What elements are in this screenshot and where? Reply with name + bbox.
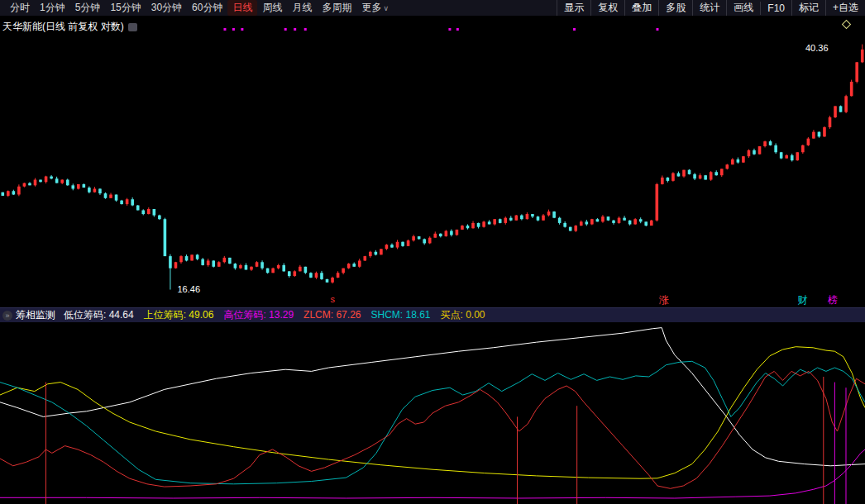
indicator-field: SHCM: 18.61 (370, 309, 430, 321)
chevron-down-icon: ∨ (383, 4, 389, 12)
signal-dot (456, 28, 459, 31)
period-item-60分钟[interactable]: 60分钟 (187, 0, 227, 16)
indicator-field: 低位筹码: 44.64 (64, 309, 134, 321)
watermark-char: 财 (797, 294, 807, 306)
low-price-label: 16.46 (178, 284, 201, 294)
indicator-field: 买点: 0.00 (441, 309, 485, 321)
signal-dot (223, 28, 226, 31)
signal-dot (294, 28, 296, 31)
chart-title: 天华新能(日线 前复权 对数) (2, 20, 137, 34)
tool-item-多股[interactable]: 多股 (658, 0, 692, 16)
indicator-field: 高位筹码: 13.29 (223, 309, 294, 321)
announcement-icon[interactable] (128, 23, 137, 31)
chart-title-text: 天华新能(日线 前复权 对数) (2, 20, 124, 34)
stock-app-window: 分时1分钟5分钟15分钟30分钟60分钟日线周线月线多周期更多∨ 显示复权叠加多… (0, 0, 865, 504)
high-price-label: 40.36 (805, 43, 829, 53)
indicator-chart-panel[interactable] (0, 322, 865, 504)
period-menu: 分时1分钟5分钟15分钟30分钟60分钟日线周线月线多周期更多∨ (0, 0, 389, 16)
tool-item-显示[interactable]: 显示 (557, 0, 590, 16)
indicator-line-ZLCM (0, 371, 865, 488)
candlestick-chart[interactable]: 16.4640.36s涨财榜 (0, 17, 865, 307)
indicator-line-低位筹码 (0, 328, 865, 466)
signal-dot (284, 28, 287, 31)
panel-collapse-icon[interactable]: » (2, 311, 12, 321)
tool-item-标记[interactable]: 标记 (791, 0, 825, 16)
signal-dot (232, 28, 235, 31)
main-chart-panel[interactable]: 16.4640.36s涨财榜 天华新能(日线 前复权 对数) (0, 17, 865, 307)
indicator-field: ZLCM: 67.26 (303, 309, 361, 321)
s-signal-marker: s (331, 294, 336, 304)
signal-dot (304, 28, 307, 31)
diamond-marker-icon (843, 21, 851, 29)
signal-dot (448, 28, 451, 31)
period-item-月线[interactable]: 月线 (287, 0, 317, 16)
tool-item-+自选[interactable]: +自选 (825, 0, 865, 16)
indicator-field: 上位筹码: 49.06 (144, 309, 214, 321)
period-item-30分钟[interactable]: 30分钟 (146, 0, 187, 16)
watermark-char: 涨 (658, 294, 669, 306)
tool-item-F10[interactable]: F10 (760, 2, 791, 15)
period-item-15分钟[interactable]: 15分钟 (105, 0, 146, 16)
watermark-char: 榜 (827, 294, 838, 306)
signal-dot (241, 28, 243, 31)
tools-menu: 显示复权叠加多股统计画线F10标记+自选 (557, 0, 865, 16)
top-toolbar: 分时1分钟5分钟15分钟30分钟60分钟日线周线月线多周期更多∨ 显示复权叠加多… (0, 0, 865, 17)
period-item-更多[interactable]: 更多 (356, 0, 386, 16)
period-item-日线[interactable]: 日线 (227, 0, 257, 16)
indicator-line-高位筹码 (0, 449, 865, 498)
period-item-5分钟[interactable]: 5分钟 (70, 0, 106, 16)
tool-item-画线[interactable]: 画线 (726, 0, 760, 16)
period-item-周线[interactable]: 周线 (257, 0, 287, 16)
indicator-values: 低位筹码: 44.64上位筹码: 49.06高位筹码: 13.29ZLCM: 6… (64, 308, 495, 322)
signal-dot (656, 28, 658, 31)
indicator-name[interactable]: 筹相监测 (16, 308, 55, 322)
period-item-1分钟[interactable]: 1分钟 (35, 0, 70, 16)
tool-item-叠加[interactable]: 叠加 (624, 0, 658, 16)
indicator-header: » 筹相监测 低位筹码: 44.64上位筹码: 49.06高位筹码: 13.29… (0, 307, 865, 322)
period-item-多周期[interactable]: 多周期 (317, 0, 356, 16)
period-item-分时[interactable]: 分时 (5, 0, 35, 16)
tool-item-复权[interactable]: 复权 (590, 0, 624, 16)
tool-item-统计[interactable]: 统计 (692, 0, 726, 16)
signal-dot (573, 28, 576, 31)
indicator-chart[interactable] (0, 322, 865, 504)
indicator-line-SHCM (0, 361, 865, 484)
